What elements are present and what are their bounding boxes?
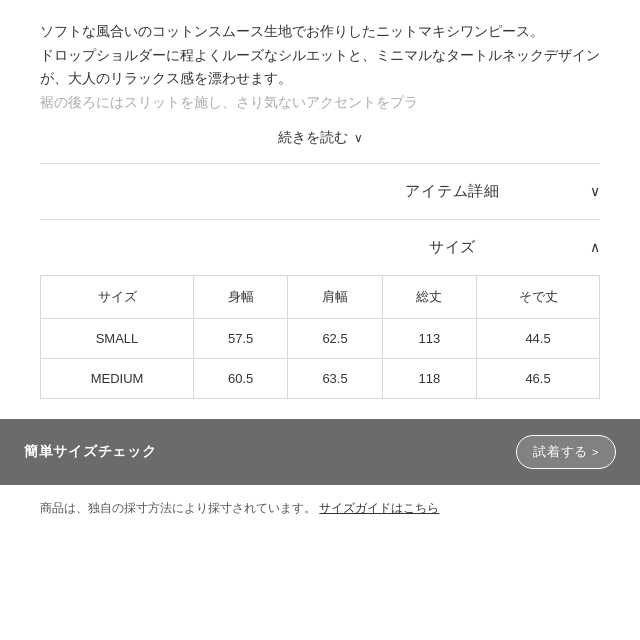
size-section: サイズ ∧ サイズ 身幅 肩幅 総丈 そで丈 SMALL <box>0 220 640 419</box>
table-header-sleeve-length: そで丈 <box>477 275 600 318</box>
try-on-button[interactable]: 試着する > <box>516 435 616 469</box>
read-more-label: 続きを読む <box>278 129 348 147</box>
read-more-button[interactable]: 続きを読む ∨ <box>40 129 600 147</box>
size-medium-shoulder-width: 63.5 <box>288 358 382 398</box>
size-small-total-length: 113 <box>382 318 476 358</box>
size-check-label: 簡単サイズチェック <box>24 443 156 461</box>
table-header-size: サイズ <box>41 275 194 318</box>
size-medium-label: MEDIUM <box>41 358 194 398</box>
description-line-1: ソフトな風合いのコットンスムース生地でお作りしたニットマキシワンピース。 <box>40 24 544 39</box>
description-section: ソフトな風合いのコットンスムース生地でお作りしたニットマキシワンピース。 ドロッ… <box>0 0 640 163</box>
size-header[interactable]: サイズ ∧ <box>40 220 600 275</box>
chevron-right-icon: > <box>592 446 599 458</box>
size-table-wrapper: サイズ 身幅 肩幅 総丈 そで丈 SMALL 57.5 62.5 113 44.… <box>40 275 600 419</box>
size-small-label: SMALL <box>41 318 194 358</box>
size-title: サイズ <box>315 238 590 257</box>
size-guide-link[interactable]: サイズガイドはこちら <box>319 501 439 515</box>
size-medium-sleeve-length: 46.5 <box>477 358 600 398</box>
size-check-banner: 簡単サイズチェック 試着する > <box>0 419 640 485</box>
item-detail-title: アイテム詳細 <box>315 182 590 201</box>
footer-note-text: 商品は、独自の採寸方法により採寸されています。 <box>40 501 316 515</box>
table-header-body-width: 身幅 <box>194 275 288 318</box>
page-container: ソフトな風合いのコットンスムース生地でお作りしたニットマキシワンピース。 ドロッ… <box>0 0 640 532</box>
size-small-body-width: 57.5 <box>194 318 288 358</box>
size-chevron-icon: ∧ <box>590 239 600 255</box>
footer-note: 商品は、独自の採寸方法により採寸されています。 サイズガイドはこちら <box>0 485 640 532</box>
size-medium-body-width: 60.5 <box>194 358 288 398</box>
try-on-label: 試着する <box>533 443 588 461</box>
table-row: SMALL 57.5 62.5 113 44.5 <box>41 318 600 358</box>
size-small-shoulder-width: 62.5 <box>288 318 382 358</box>
chevron-down-icon: ∨ <box>354 131 363 145</box>
item-detail-chevron-icon: ∨ <box>590 183 600 199</box>
table-row: MEDIUM 60.5 63.5 118 46.5 <box>41 358 600 398</box>
description-line-3: 裾の後ろにはスリットを施し、さり気ないアクセントをプラ <box>40 95 418 110</box>
item-detail-header[interactable]: アイテム詳細 ∨ <box>0 164 640 219</box>
size-small-sleeve-length: 44.5 <box>477 318 600 358</box>
description-text: ソフトな風合いのコットンスムース生地でお作りしたニットマキシワンピース。 ドロッ… <box>40 20 600 115</box>
table-header-total-length: 総丈 <box>382 275 476 318</box>
size-table: サイズ 身幅 肩幅 総丈 そで丈 SMALL 57.5 62.5 113 44.… <box>40 275 600 399</box>
size-medium-total-length: 118 <box>382 358 476 398</box>
table-header-row: サイズ 身幅 肩幅 総丈 そで丈 <box>41 275 600 318</box>
description-line-2: ドロップショルダーに程よくルーズなシルエットと、ミニマルなタートルネックデザイン… <box>40 48 600 87</box>
table-header-shoulder-width: 肩幅 <box>288 275 382 318</box>
